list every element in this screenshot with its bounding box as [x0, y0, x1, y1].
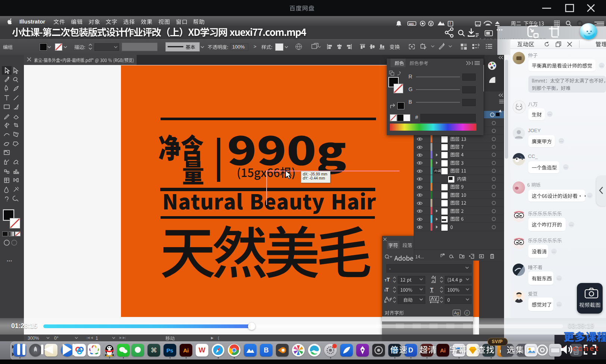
svg-text:Ag: Ag: [454, 311, 459, 315]
svg-text:WD: WD: [409, 22, 414, 26]
svg-text:!: !: [450, 22, 451, 26]
svg-text:i: i: [466, 311, 467, 315]
